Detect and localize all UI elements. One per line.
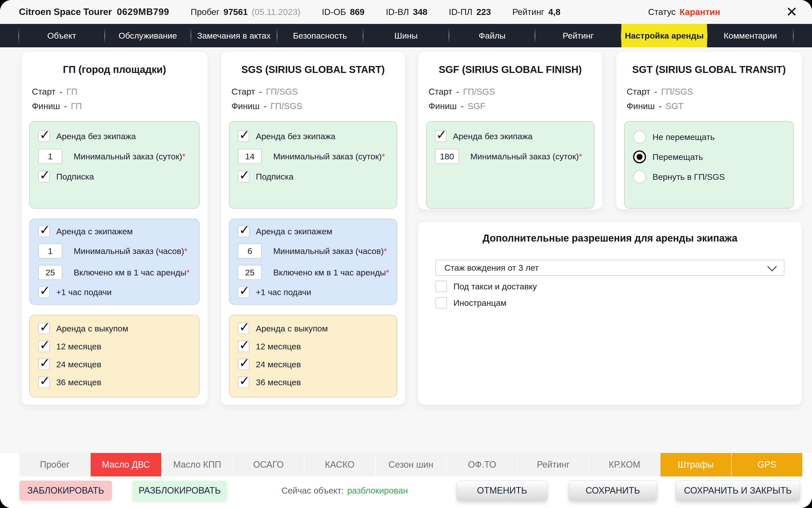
radio-do-not-move[interactable] — [633, 130, 646, 143]
tab-fines[interactable]: Штрафы — [661, 453, 731, 476]
subscription-row: ✓ Подписка — [38, 171, 191, 182]
bottom-tab-bar: Пробег Масло ДВС Масло КПП ОСАГО КАСКО С… — [19, 453, 802, 476]
min-order-hours-input[interactable] — [38, 244, 62, 258]
check-icon: ✓ — [239, 338, 250, 351]
unblock-button[interactable]: РАЗБЛОКИРОВАТЬ — [132, 480, 227, 501]
included-km-row: Включено км в 1 час аренды* — [238, 265, 388, 280]
buyout-box: ✓ Аренда с выкупом ✓ 12 месяцев ✓ 24 мес… — [229, 315, 397, 397]
save-and-close-button[interactable]: СОХРАНИТЬ И ЗАКРЫТЬ — [676, 480, 800, 501]
subscription-checkbox[interactable]: ✓ — [238, 171, 249, 182]
tab-rating-bottom[interactable]: Рейтинг — [518, 453, 588, 476]
rent-with-crew-checkbox[interactable]: ✓ — [238, 226, 249, 237]
radio-return-to-gp-sgs[interactable] — [633, 170, 646, 183]
months-12-checkbox[interactable]: ✓ — [38, 341, 50, 352]
rent-no-crew-checkbox[interactable]: ✓ — [38, 130, 50, 142]
included-km-input[interactable] — [238, 265, 262, 280]
tab-kr-kom[interactable]: КР.КОМ — [589, 453, 660, 476]
included-km-input[interactable] — [38, 265, 62, 280]
tab-object[interactable]: Объект — [19, 24, 104, 47]
foreigners-checkbox[interactable] — [435, 297, 447, 308]
subscription-row: ✓ Подписка — [238, 171, 388, 182]
plus-hour-checkbox[interactable]: ✓ — [38, 286, 50, 298]
tab-rating[interactable]: Рейтинг — [535, 24, 621, 47]
tab-tire-season[interactable]: Сезон шин — [376, 453, 446, 476]
buyout-box: ✓ Аренда с выкупом ✓ 12 месяцев ✓ 24 мес… — [29, 315, 200, 397]
min-order-label: Минимальный заказ (суток)* — [470, 152, 582, 161]
check-icon: ✓ — [239, 374, 250, 387]
months-12-row: ✓ 12 месяцев — [238, 341, 388, 352]
rent-no-crew-label: Аренда без экипажа — [56, 131, 136, 141]
buyout-checkbox[interactable]: ✓ — [38, 323, 50, 334]
lock-status: Сейчас объект: разблокирован — [284, 485, 405, 496]
months-24-checkbox[interactable]: ✓ — [238, 358, 249, 370]
tab-gps[interactable]: GPS — [732, 453, 802, 476]
cancel-button[interactable]: ОТМЕНИТЬ — [457, 480, 547, 501]
min-hours-row: Минимальный заказ (часов)* — [238, 244, 388, 258]
required-asterisk: * — [579, 152, 582, 161]
route-start: Старт - ГП/SGS — [231, 87, 397, 97]
tab-comments[interactable]: Комментарии — [708, 24, 793, 47]
rent-with-crew-checkbox[interactable]: ✓ — [38, 226, 50, 237]
months-36-checkbox[interactable]: ✓ — [238, 377, 249, 388]
save-button[interactable]: СОХРАНИТЬ — [569, 480, 657, 501]
min-order-days-input[interactable] — [238, 149, 262, 164]
card-title: SGT (SIRIUS GLOBAL TRANSIT) — [624, 64, 794, 75]
route-finish-value: ГП/SGS — [271, 101, 302, 111]
min-order-hours-input[interactable] — [238, 244, 262, 258]
buyout-row: ✓ Аренда с выкупом — [38, 323, 191, 334]
included-km-label: Включено км в 1 час аренды* — [74, 268, 190, 278]
min-order-days-input[interactable] — [435, 149, 459, 164]
tab-tires[interactable]: Шины — [363, 24, 449, 47]
taxi-delivery-checkbox[interactable] — [435, 281, 447, 292]
subscription-checkbox[interactable]: ✓ — [38, 171, 50, 182]
lock-status-prefix: Сейчас объект: — [281, 485, 344, 496]
tab-safety[interactable]: Безопасность — [277, 24, 363, 47]
tab-of-to[interactable]: ОФ.ТО — [447, 453, 517, 476]
months-24-row: ✓ 24 месяцев — [38, 358, 191, 370]
radio-move[interactable] — [633, 151, 646, 163]
months-36-checkbox[interactable]: ✓ — [38, 377, 50, 388]
months-24-label: 24 месяцев — [256, 359, 301, 369]
included-km-label: Включено км в 1 час аренды* — [273, 268, 389, 278]
tab-act-notes[interactable]: Замечания в актах — [191, 24, 277, 47]
plus-hour-checkbox[interactable]: ✓ — [238, 286, 249, 298]
rent-with-crew-row: ✓ Аренда с экипажем — [238, 226, 388, 237]
close-button[interactable]: ✕ — [782, 5, 801, 19]
months-36-label: 36 месяцев — [256, 378, 301, 387]
required-asterisk: * — [182, 152, 185, 161]
tab-osago[interactable]: ОСАГО — [233, 453, 304, 476]
dash: - — [659, 101, 662, 111]
route-finish-label: Финиш — [231, 101, 259, 111]
block-button[interactable]: ЗАБЛОКИРОВАТЬ — [19, 480, 112, 501]
buyout-checkbox[interactable]: ✓ — [238, 323, 249, 334]
car-title: Citroen Space Tourer — [19, 7, 112, 17]
rent-no-crew-checkbox[interactable]: ✓ — [435, 130, 446, 142]
tab-files[interactable]: Файлы — [449, 24, 535, 47]
route-start-label: Старт — [429, 87, 452, 97]
radio-move-label: Перемещать — [653, 152, 703, 162]
check-icon: ✓ — [39, 374, 50, 387]
months-36-row: ✓ 36 месяцев — [238, 377, 388, 388]
required-asterisk: * — [184, 246, 187, 256]
no-crew-box: ✓ Аренда без экипажа Минимальный заказ (… — [229, 121, 397, 209]
tab-divider — [793, 28, 794, 43]
check-icon: ✓ — [239, 223, 250, 236]
tab-rental-settings[interactable]: Настройка аренды — [621, 24, 707, 47]
tab-kasko[interactable]: КАСКО — [304, 453, 375, 476]
check-icon: ✓ — [239, 321, 250, 333]
driving-experience-select[interactable]: Стаж вождения от 3 лет — [435, 260, 784, 276]
months-24-checkbox[interactable]: ✓ — [38, 358, 50, 370]
rent-no-crew-checkbox[interactable]: ✓ — [238, 130, 249, 142]
min-order-days-input[interactable] — [38, 149, 62, 164]
tab-mileage[interactable]: Пробег — [19, 453, 90, 476]
rent-with-crew-label: Аренда с экипажем — [256, 226, 332, 236]
route-start-value: ГП/SGS — [266, 87, 298, 97]
months-12-row: ✓ 12 месяцев — [38, 341, 191, 352]
tab-service[interactable]: Обслуживание — [105, 24, 191, 47]
months-12-checkbox[interactable]: ✓ — [238, 341, 249, 352]
rent-no-crew-label: Аренда без экипажа — [256, 131, 335, 141]
tab-gearbox-oil[interactable]: Масло КПП — [162, 453, 232, 476]
route-finish-label: Финиш — [627, 101, 655, 111]
tab-engine-oil[interactable]: Масло ДВС — [91, 453, 161, 476]
required-asterisk: * — [386, 268, 389, 277]
